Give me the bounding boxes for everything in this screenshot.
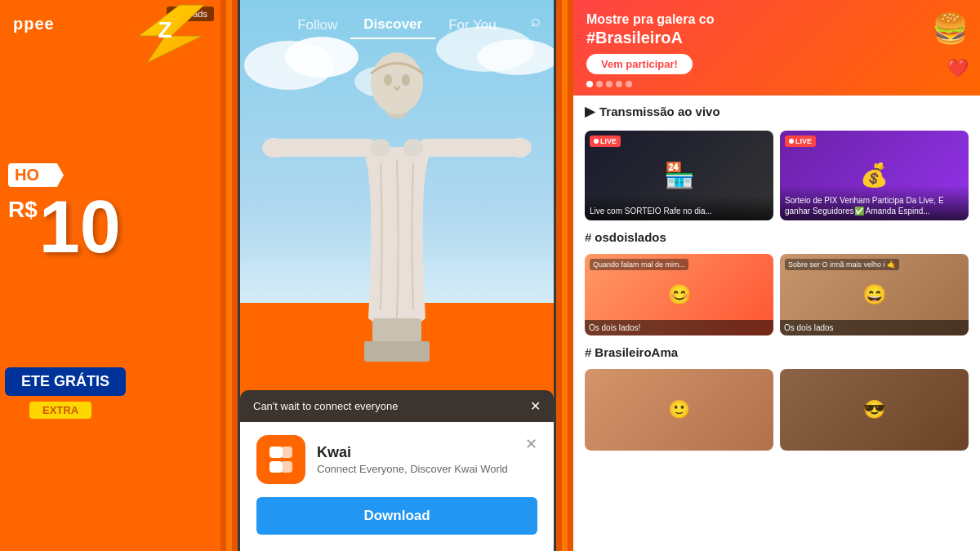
popup-app-info: Kwai Connect Everyone, Discover Kwai Wor… [317, 444, 525, 475]
svg-point-13 [384, 74, 392, 86]
hash-card-1-overlay: Quando falam mal de mim... [590, 259, 688, 270]
hash-symbol-1: # [585, 230, 591, 244]
kwai-app-icon [256, 435, 305, 484]
banner-dot-4 [616, 81, 622, 87]
phone-nav: Follow Discover For You ⌕ [240, 0, 554, 47]
nav-follow[interactable]: Follow [284, 12, 350, 38]
right-divider-2 [562, 0, 568, 551]
hash-card-2-overlay: Sobre ser O irmã mais velho i 🤙 [785, 259, 899, 270]
popup-app-desc: Connect Everyone, Discover Kwai World [317, 463, 525, 475]
popup-header-close[interactable]: ✕ [530, 398, 541, 414]
heart-icon: ❤️ [947, 58, 969, 79]
svg-point-17 [371, 139, 390, 157]
live-section-icon: ▶ [585, 104, 595, 119]
right-divider-3 [568, 0, 573, 551]
banner-dot-3 [606, 81, 612, 87]
live-card-1[interactable]: 🏪 LIVE Live com SORTEIO Rafe no dia... [585, 131, 773, 220]
price-value: R$ 10 [8, 190, 121, 264]
banner-dot-1 [586, 81, 593, 87]
banner-title: Mostre pra galera co [586, 11, 715, 29]
banner-dot-5 [626, 81, 632, 87]
live-badge-2: LIVE [785, 136, 816, 147]
nav-discover[interactable]: Discover [350, 11, 435, 39]
price-area: HO R$ 10 [8, 163, 121, 264]
hash-card-1[interactable]: 😊 Quando falam mal de mim... Os dois lad… [585, 254, 773, 335]
svg-rect-16 [364, 341, 430, 362]
brasileiro-grid: 🙂 😎 [573, 369, 980, 457]
download-popup: Can't wait to connect everyone ✕ Kwai Co… [240, 390, 554, 551]
price-top-label: HO [8, 163, 64, 187]
live-section-header: ▶ Transmissão ao vivo [573, 96, 980, 131]
right-divider-1 [556, 0, 562, 551]
svg-point-9 [262, 138, 287, 158]
divider-1 [220, 0, 226, 551]
brasileiro-card-2[interactable]: 😎 [780, 369, 969, 451]
search-icon[interactable]: ⌕ [531, 11, 541, 30]
burger-icon: 🍔 [932, 11, 969, 46]
banner: 🍔 Mostre pra galera co #BrasileiroA Vem … [573, 0, 980, 96]
brasileiro-label: BrasileiroAma [595, 345, 678, 359]
live-card-1-label: Live com SORTEIO Rafe no dia... [585, 196, 773, 220]
extra-badge: EXTRA [29, 402, 91, 419]
shopee-logo: ppee [13, 15, 55, 33]
brasileiro-section: # BrasileiroAma [573, 342, 980, 369]
left-ad-panel: ppee Skip ads Z HO R$ 10 ETE GRÁTIS [0, 0, 220, 551]
hash-osdois-section: # osdoislados [573, 227, 980, 254]
hash-grid: 😊 Quando falam mal de mim... Os dois lad… [573, 254, 980, 342]
divider-2 [226, 0, 232, 551]
right-panel: 🍔 Mostre pra galera co #BrasileiroA Vem … [573, 0, 980, 551]
live-section-label: Transmissão ao vivo [599, 104, 720, 118]
svg-rect-22 [281, 461, 292, 473]
hash-osdois-label: osdoislados [595, 230, 666, 244]
popup-header-text: Can't wait to connect everyone [253, 400, 398, 412]
svg-point-18 [403, 139, 423, 157]
brasileiro-card-2-bg: 😎 [780, 369, 969, 451]
popup-app-name: Kwai [317, 444, 525, 461]
svg-point-10 [507, 138, 532, 158]
hash-symbol-2: # [585, 345, 591, 359]
banner-cta-button[interactable]: Vem participar! [586, 54, 693, 74]
download-button[interactable]: Download [256, 497, 537, 535]
banner-dot-2 [596, 81, 603, 87]
banner-hashtag: #BrasileiroA [586, 29, 683, 47]
hash-card-1-label: Os dois lados! [585, 320, 773, 335]
svg-rect-19 [270, 447, 283, 458]
popup-close-icon[interactable]: ✕ [525, 435, 537, 453]
brasileiro-card-1-bg: 🙂 [585, 369, 773, 451]
live-grid: 🏪 LIVE Live com SORTEIO Rafe no dia... 💰… [573, 131, 980, 227]
svg-rect-15 [372, 318, 421, 343]
nav-for-you[interactable]: For You [435, 12, 510, 38]
hash-card-2[interactable]: 😄 Sobre ser O irmã mais velho i 🤙 Os doi… [780, 254, 969, 335]
banner-dots [586, 81, 632, 87]
svg-rect-21 [281, 447, 292, 458]
live-section-title: ▶ Transmissão ao vivo [585, 104, 969, 119]
popup-body: Kwai Connect Everyone, Discover Kwai Wor… [240, 422, 554, 551]
hash-osdois-title: # osdoislados [585, 230, 969, 244]
divider-3 [232, 0, 238, 551]
statue-svg [254, 33, 540, 441]
live-badge-1: LIVE [590, 136, 621, 147]
phone-panel: Follow Discover For You ⌕ Can't wait to … [238, 0, 556, 551]
frete-label: ETE GRÁTIS [5, 367, 126, 396]
popup-app-row: Kwai Connect Everyone, Discover Kwai Wor… [256, 435, 537, 484]
brasileiro-card-1[interactable]: 🙂 [585, 369, 773, 451]
svg-rect-20 [270, 461, 283, 473]
brasileiro-title: # BrasileiroAma [585, 345, 969, 359]
live-card-2-label: Sorteio de PIX Venham Participa Da Live,… [780, 185, 969, 220]
lightning-logo: Z [131, 3, 212, 64]
svg-text:Z: Z [158, 17, 172, 42]
hash-card-2-label: Os dois lados [780, 320, 969, 335]
svg-point-14 [402, 74, 410, 86]
popup-header: Can't wait to connect everyone ✕ [240, 390, 554, 422]
svg-point-12 [371, 52, 423, 114]
live-card-2[interactable]: 💰 LIVE Sorteio de PIX Venham Participa D… [780, 131, 969, 220]
